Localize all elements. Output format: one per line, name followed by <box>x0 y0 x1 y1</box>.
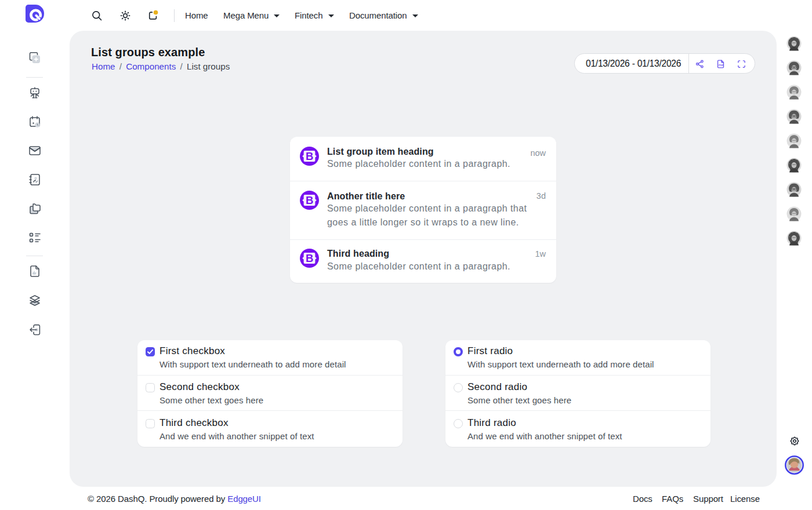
svg-text:B: B <box>306 252 313 264</box>
svg-text:B: B <box>306 194 313 206</box>
svg-text:PDF: PDF <box>719 64 724 67</box>
svg-text:B: B <box>306 150 313 162</box>
